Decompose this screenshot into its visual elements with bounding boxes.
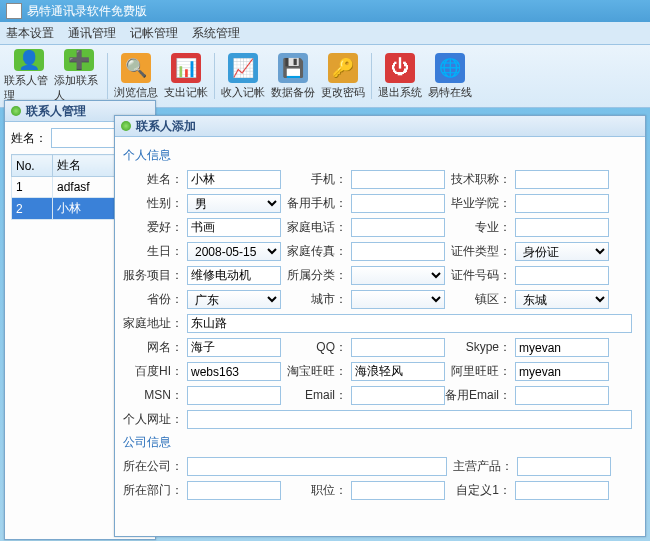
select-province[interactable]: 广东: [187, 290, 281, 309]
select-district[interactable]: 东城: [515, 290, 609, 309]
dot-icon: [11, 106, 21, 116]
数据备份-icon: 💾: [278, 53, 308, 83]
input-email2[interactable]: [515, 386, 609, 405]
lbl-netname: 网名：: [123, 339, 187, 356]
input-dept[interactable]: [187, 481, 281, 500]
input-school[interactable]: [515, 194, 609, 213]
lbl-name: 姓名：: [123, 171, 187, 188]
lbl-birthday: 生日：: [123, 243, 187, 260]
input-msn[interactable]: [187, 386, 281, 405]
input-custom1[interactable]: [515, 481, 609, 500]
lbl-msn: MSN：: [123, 387, 187, 404]
input-netname[interactable]: [187, 338, 281, 357]
input-hobby[interactable]: [187, 218, 281, 237]
input-email[interactable]: [351, 386, 445, 405]
input-skype[interactable]: [515, 338, 609, 357]
input-major[interactable]: [515, 218, 609, 237]
lbl-province: 省份：: [123, 291, 187, 308]
toolbar-联系人管理[interactable]: 👤联系人管理: [4, 49, 54, 103]
title-bar: 易特通讯录软件免费版: [0, 0, 650, 22]
lbl-qq: QQ：: [281, 339, 351, 356]
select-gender[interactable]: 男: [187, 194, 281, 213]
浏览信息-icon: 🔍: [121, 53, 151, 83]
toolbar-收入记帐[interactable]: 📈收入记帐: [218, 49, 268, 103]
app-title: 易特通讯录软件免费版: [27, 3, 147, 20]
更改密码-icon: 🔑: [328, 53, 358, 83]
收入记帐-icon: 📈: [228, 53, 258, 83]
lbl-homefax: 家庭传真：: [281, 243, 351, 260]
menu-basic-settings[interactable]: 基本设置: [6, 25, 54, 42]
input-mainprod[interactable]: [517, 457, 611, 476]
lbl-gender: 性别：: [123, 195, 187, 212]
lbl-idno: 证件号码：: [445, 267, 515, 284]
app-icon: [6, 3, 22, 19]
添加联系人-icon: ➕: [64, 49, 94, 71]
separator-icon: [107, 53, 108, 99]
toolbar-label: 易特在线: [428, 85, 472, 100]
select-birthday[interactable]: 2008-05-15: [187, 242, 281, 261]
col-no[interactable]: No.: [12, 155, 53, 177]
lbl-homephone: 家庭电话：: [281, 219, 351, 236]
input-company[interactable]: [187, 457, 447, 476]
toolbar-退出系统[interactable]: ⏻退出系统: [375, 49, 425, 103]
dot-icon: [121, 121, 131, 131]
lbl-email: Email：: [281, 387, 351, 404]
input-service[interactable]: [187, 266, 281, 285]
select-city[interactable]: [351, 290, 445, 309]
lbl-homeaddr: 家庭地址：: [123, 315, 187, 332]
toolbar-更改密码[interactable]: 🔑更改密码: [318, 49, 368, 103]
toolbar-添加联系人[interactable]: ➕添加联系人: [54, 49, 104, 103]
menu-accounting-manage[interactable]: 记帐管理: [130, 25, 178, 42]
lbl-service: 服务项目：: [123, 267, 187, 284]
lbl-mobile: 手机：: [281, 171, 351, 188]
cell-no: 2: [12, 198, 53, 220]
menu-bar: 基本设置 通讯管理 记帐管理 系统管理: [0, 22, 650, 45]
lbl-baidu: 百度HI：: [123, 363, 187, 380]
lbl-category: 所属分类：: [281, 267, 351, 284]
toolbar-label: 数据备份: [271, 85, 315, 100]
input-tech[interactable]: [515, 170, 609, 189]
input-qq[interactable]: [351, 338, 445, 357]
支出记帐-icon: 📊: [171, 53, 201, 83]
workspace: 联系人管理 姓名： No. 姓名 1adfasf2小林 联系人: [4, 100, 646, 537]
toolbar-浏览信息[interactable]: 🔍浏览信息: [111, 49, 161, 103]
易特在线-icon: 🌐: [435, 53, 465, 83]
input-idno[interactable]: [515, 266, 609, 285]
contact-add-panel: 联系人添加 个人信息 姓名： 手机： 技术职称： 性别：男 备用手机： 毕业学院…: [114, 115, 646, 537]
toolbar-易特在线[interactable]: 🌐易特在线: [425, 49, 475, 103]
menu-system-manage[interactable]: 系统管理: [192, 25, 240, 42]
input-homephone[interactable]: [351, 218, 445, 237]
input-position[interactable]: [351, 481, 445, 500]
input-baidu[interactable]: [187, 362, 281, 381]
toolbar-label: 添加联系人: [54, 73, 104, 103]
toolbar-支出记帐[interactable]: 📊支出记帐: [161, 49, 211, 103]
lbl-mobile2: 备用手机：: [281, 195, 351, 212]
select-idtype[interactable]: 身份证: [515, 242, 609, 261]
input-mobile[interactable]: [351, 170, 445, 189]
separator-icon: [214, 53, 215, 99]
lbl-taobao: 淘宝旺旺：: [281, 363, 351, 380]
contacts-manager-title: 联系人管理: [26, 103, 86, 120]
lbl-email2: 备用Email：: [445, 387, 515, 404]
input-taobao[interactable]: [351, 362, 445, 381]
menu-contacts-manage[interactable]: 通讯管理: [68, 25, 116, 42]
lbl-district: 镇区：: [445, 291, 515, 308]
lbl-website: 个人网址：: [123, 411, 187, 428]
lbl-hobby: 爱好：: [123, 219, 187, 236]
toolbar-label: 退出系统: [378, 85, 422, 100]
contact-add-header: 联系人添加: [115, 116, 645, 137]
lbl-school: 毕业学院：: [445, 195, 515, 212]
input-homefax[interactable]: [351, 242, 445, 261]
input-name[interactable]: [187, 170, 281, 189]
input-homeaddr[interactable]: [187, 314, 632, 333]
select-category[interactable]: [351, 266, 445, 285]
lbl-company: 所在公司：: [123, 458, 187, 475]
lbl-ali: 阿里旺旺：: [445, 363, 515, 380]
input-website[interactable]: [187, 410, 632, 429]
input-mobile2[interactable]: [351, 194, 445, 213]
lbl-skype: Skype：: [445, 339, 515, 356]
lbl-position: 职位：: [281, 482, 351, 499]
input-ali[interactable]: [515, 362, 609, 381]
toolbar-数据备份[interactable]: 💾数据备份: [268, 49, 318, 103]
lbl-city: 城市：: [281, 291, 351, 308]
